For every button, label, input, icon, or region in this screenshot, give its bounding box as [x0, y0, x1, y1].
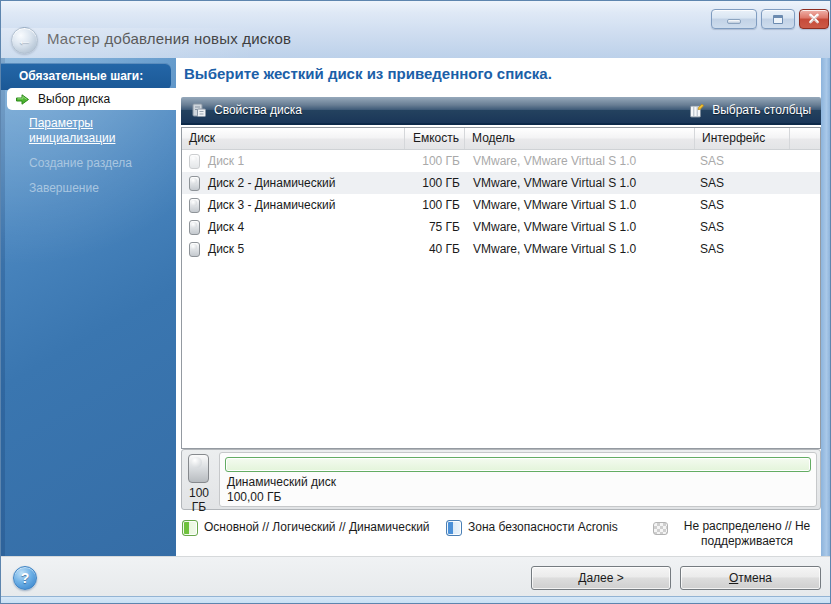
- disk-properties-icon: [191, 102, 207, 118]
- toolbar: Свойства диска Выбрать столбцы: [181, 97, 821, 125]
- hard-disk-icon: [189, 242, 200, 257]
- column-header-blank: [790, 128, 820, 149]
- sidebar-item-finish: Завершение: [29, 181, 99, 195]
- table-row-disk-5[interactable]: Диск 5 40 ГБ VMware, VMware Virtual S 1.…: [182, 238, 820, 260]
- disk-name: Диск 2 - Динамический: [208, 176, 335, 190]
- disk-capacity: 100 ГБ: [405, 154, 465, 168]
- disk-table-header: Диск Емкость Модель Интерфейс: [182, 128, 820, 150]
- disk-name: Диск 4: [208, 220, 244, 234]
- disk-model: VMware, VMware Virtual S 1.0: [465, 154, 695, 168]
- sidebar-item-init-parameters[interactable]: Параметры инициализации: [29, 116, 154, 146]
- preview-partition-area: Динамический диск 100,00 ГБ: [219, 452, 817, 507]
- main-content: Выберите жесткий диск из приведенного сп…: [176, 58, 821, 556]
- restore-icon: [773, 15, 783, 24]
- legend-label: Не распределено // Не поддерживается: [674, 519, 820, 549]
- disk-table: Диск Емкость Модель Интерфейс Диск 1 100…: [181, 127, 821, 449]
- column-header-capacity[interactable]: Емкость: [405, 128, 465, 149]
- disk-interface: SAS: [695, 242, 790, 256]
- close-button[interactable]: [799, 9, 829, 29]
- partition-bar[interactable]: [225, 457, 811, 472]
- table-row-disk-1[interactable]: Диск 1 100 ГБ VMware, VMware Virtual S 1…: [182, 150, 820, 172]
- page-title: Выберите жесткий диск из приведенного сп…: [184, 65, 552, 82]
- choose-columns-icon: [688, 102, 705, 119]
- help-button[interactable]: ?: [13, 566, 37, 590]
- disk-interface: SAS: [695, 220, 790, 234]
- disk-capacity: 100 ГБ: [405, 198, 465, 212]
- green-partition-swatch-icon: [182, 520, 198, 536]
- choose-columns-label: Выбрать столбцы: [712, 103, 811, 117]
- preview-capacity-label: 100 ГБ: [182, 486, 216, 514]
- legend-item-secure-zone: Зона безопасности Acronis: [446, 520, 618, 536]
- steps-sidebar: Обязательные шаги: Выбор диска Параметры…: [1, 58, 176, 556]
- disk-interface: SAS: [695, 198, 790, 212]
- blue-partition-swatch-icon: [446, 520, 462, 536]
- wizard-window: ← Мастер добавления новых дисков Обязате…: [0, 0, 831, 604]
- minimize-icon: [727, 19, 741, 24]
- disk-name: Диск 5: [208, 242, 244, 256]
- disk-properties-label: Свойства диска: [214, 103, 302, 117]
- column-header-interface[interactable]: Интерфейс: [695, 128, 790, 149]
- next-button[interactable]: Далее >: [531, 566, 671, 590]
- disk-interface: SAS: [695, 154, 790, 168]
- restore-button[interactable]: [761, 9, 795, 29]
- disk-model: VMware, VMware Virtual S 1.0: [465, 198, 695, 212]
- green-arrow-icon: [15, 93, 30, 106]
- steps-header: Обязательные шаги:: [1, 63, 171, 90]
- legend-item-primary: Основной // Логический // Динамический: [182, 520, 430, 536]
- column-header-model[interactable]: Модель: [465, 128, 695, 149]
- disk-capacity: 75 ГБ: [405, 220, 465, 234]
- disk-name: Диск 3 - Динамический: [208, 198, 335, 212]
- table-row-disk-4[interactable]: Диск 4 75 ГБ VMware, VMware Virtual S 1.…: [182, 216, 820, 238]
- sidebar-item-create-partition: Создание раздела: [29, 156, 132, 170]
- footer-bar: ? Далее > Отмена: [1, 556, 831, 596]
- legend-item-unallocated: Не распределено // Не поддерживается: [653, 519, 820, 549]
- disk-model: VMware, VMware Virtual S 1.0: [465, 176, 695, 190]
- disk-capacity: 100 ГБ: [405, 176, 465, 190]
- minimize-button[interactable]: [711, 9, 757, 29]
- disk-model: VMware, VMware Virtual S 1.0: [465, 220, 695, 234]
- hard-disk-icon: [189, 176, 200, 191]
- disk-interface: SAS: [695, 176, 790, 190]
- hard-disk-icon: [188, 454, 209, 483]
- legend-label: Зона безопасности Acronis: [468, 520, 618, 535]
- help-icon: ?: [21, 570, 30, 586]
- hard-disk-icon: [189, 154, 200, 169]
- close-icon: [806, 10, 822, 28]
- window-bottom-border: [1, 596, 831, 604]
- table-row-disk-2[interactable]: Диск 2 - Динамический 100 ГБ VMware, VMw…: [182, 172, 820, 194]
- checkered-swatch-icon: [653, 522, 668, 535]
- disk-preview-panel: 100 ГБ Динамический диск 100,00 ГБ: [181, 449, 821, 510]
- column-header-disk[interactable]: Диск: [182, 128, 405, 149]
- disk-model: VMware, VMware Virtual S 1.0: [465, 242, 695, 256]
- legend-label: Основной // Логический // Динамический: [204, 520, 430, 535]
- sidebar-item-label: Выбор диска: [38, 92, 110, 106]
- disk-properties-button[interactable]: Свойства диска: [183, 97, 310, 123]
- hard-disk-icon: [189, 198, 200, 213]
- preview-disk-size: 100,00 ГБ: [227, 490, 281, 504]
- hard-disk-icon: [189, 220, 200, 235]
- sidebar-item-disk-selection[interactable]: Выбор диска: [7, 88, 176, 110]
- table-row-disk-3[interactable]: Диск 3 - Динамический 100 ГБ VMware, VMw…: [182, 194, 820, 216]
- choose-columns-button[interactable]: Выбрать столбцы: [680, 97, 819, 123]
- window-right-border: [821, 58, 831, 596]
- cancel-button[interactable]: Отмена: [680, 566, 821, 590]
- disk-capacity: 40 ГБ: [405, 242, 465, 256]
- disk-name: Диск 1: [208, 154, 244, 168]
- preview-disk-type: Динамический диск: [227, 475, 336, 489]
